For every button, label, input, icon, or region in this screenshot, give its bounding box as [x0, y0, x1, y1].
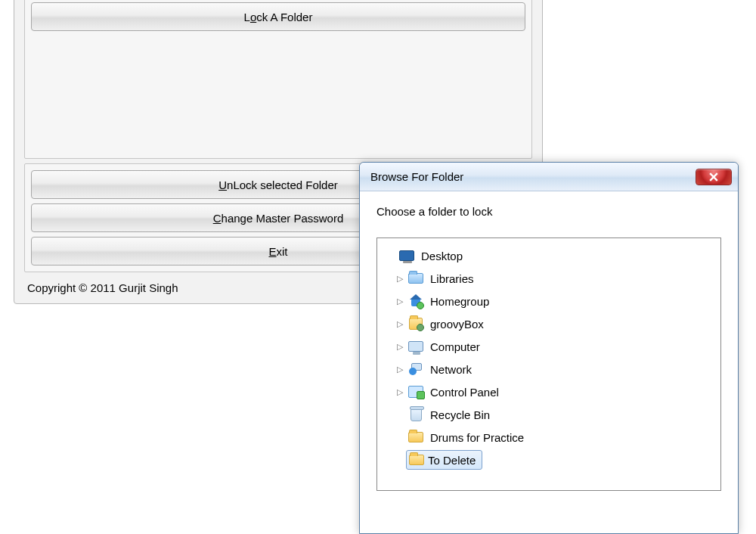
btn-accel: U — [218, 179, 227, 191]
tree-item-desktop[interactable]: Desktop — [383, 244, 714, 267]
btn-text: xit — [277, 245, 288, 258]
expand-icon[interactable]: ▷ — [395, 365, 404, 374]
tree-label: Homegroup — [430, 295, 489, 308]
btn-text: L — [244, 11, 250, 23]
tree-label: Network — [430, 363, 472, 376]
btn-text: ck A Folder — [256, 11, 312, 23]
folder-tree[interactable]: Desktop ▷ Libraries ▷ Homegroup ▷ groovy… — [376, 238, 721, 491]
lock-folder-button[interactable]: Lock A Folder — [31, 2, 525, 31]
expand-icon[interactable]: ▷ — [395, 387, 404, 397]
btn-text: nLock selected Folder — [227, 179, 338, 191]
dialog-titlebar[interactable]: Browse For Folder — [360, 163, 738, 191]
desktop-icon — [398, 248, 415, 263]
tree-label: Drums for Practice — [430, 431, 524, 444]
tree-label: Recycle Bin — [430, 408, 490, 421]
homegroup-icon — [407, 293, 424, 309]
recycle-bin-icon — [407, 407, 424, 422]
computer-icon — [407, 339, 424, 354]
tree-item-homegroup[interactable]: ▷ Homegroup — [383, 290, 714, 312]
tree-item-computer[interactable]: ▷ Computer — [383, 335, 714, 358]
tree-item-network[interactable]: ▷ Network — [383, 358, 714, 380]
close-icon — [709, 172, 718, 182]
tree-label: Control Panel — [430, 386, 499, 399]
folder-icon — [408, 452, 425, 467]
tree-label: Desktop — [421, 250, 463, 262]
folder-icon — [407, 430, 424, 445]
tree-label: To Delete — [428, 454, 476, 467]
tree-label: Computer — [430, 340, 480, 353]
expand-icon[interactable]: ▷ — [395, 342, 404, 352]
btn-text: hange Master Password — [222, 212, 344, 225]
control-panel-icon — [407, 384, 424, 399]
btn-accel: E — [268, 245, 276, 258]
dialog-prompt: Choose a folder to lock — [376, 205, 721, 218]
tree-item-control-panel[interactable]: ▷ Control Panel — [383, 380, 714, 403]
tree-item-libraries[interactable]: ▷ Libraries — [383, 267, 714, 290]
libraries-icon — [407, 271, 424, 286]
expand-icon[interactable]: ▷ — [395, 319, 404, 329]
btn-accel: C — [213, 212, 222, 225]
expand-icon[interactable]: ▷ — [395, 274, 404, 284]
user-folder-icon — [407, 316, 424, 331]
tree-item-recycle-bin[interactable]: Recycle Bin — [383, 403, 714, 426]
network-icon — [407, 362, 424, 377]
browse-for-folder-dialog: Browse For Folder Choose a folder to loc… — [359, 162, 739, 534]
tree-item-user[interactable]: ▷ groovyBox — [383, 312, 714, 335]
dialog-body: Choose a folder to lock Desktop ▷ Librar… — [360, 191, 738, 505]
tree-item-drums[interactable]: Drums for Practice — [383, 426, 714, 449]
expand-icon[interactable]: ▷ — [395, 296, 404, 306]
dialog-title: Browse For Folder — [370, 170, 696, 183]
btn-accel: o — [250, 11, 256, 23]
selected-item: To Delete — [406, 450, 482, 470]
top-button-panel: Lock A Folder — [24, 0, 532, 159]
close-button[interactable] — [696, 169, 732, 185]
list-spacer — [31, 31, 525, 152]
tree-label: Libraries — [430, 272, 474, 285]
tree-label: groovyBox — [430, 318, 484, 331]
tree-item-to-delete-selected[interactable]: To Delete — [383, 449, 714, 471]
